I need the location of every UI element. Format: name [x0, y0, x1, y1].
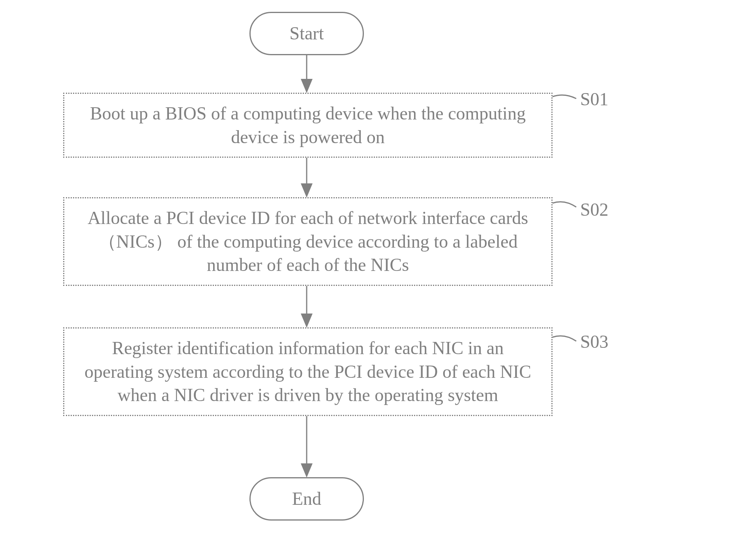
step-2-text: Allocate a PCI device ID for each of net…: [80, 206, 536, 277]
step-3-text: Register identification information for …: [80, 336, 536, 407]
step-3-box: Register identification information for …: [63, 327, 553, 416]
step-1-box: Boot up a BIOS of a computing device whe…: [63, 93, 553, 158]
step-3-label: S03: [580, 331, 609, 352]
flowchart-canvas: Start Boot up a BIOS of a computing devi…: [0, 0, 742, 560]
start-terminal: Start: [249, 12, 364, 55]
step-2-label: S02: [580, 199, 609, 220]
start-label: Start: [290, 22, 324, 45]
step-1-text: Boot up a BIOS of a computing device whe…: [80, 102, 536, 149]
step-2-box: Allocate a PCI device ID for each of net…: [63, 197, 553, 286]
end-terminal: End: [249, 477, 364, 521]
step-1-label: S01: [580, 89, 609, 110]
end-label: End: [292, 487, 321, 511]
